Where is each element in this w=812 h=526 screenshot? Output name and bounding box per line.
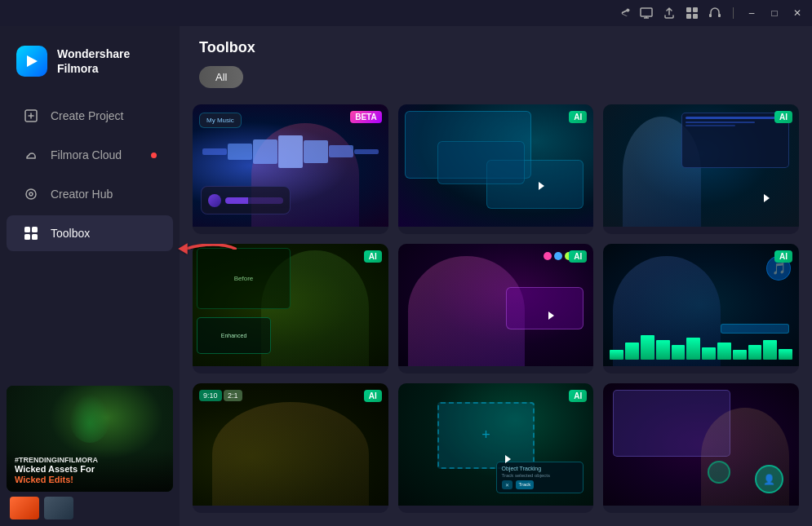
tool-card-smart-short-clips[interactable]: AI Smart Short Clips — [398, 104, 594, 234]
svg-rect-12 — [32, 227, 38, 232]
cursor-icon — [539, 182, 544, 190]
card-badge-ai-3: AI — [774, 111, 792, 123]
create-project-icon — [23, 108, 39, 124]
separator — [733, 7, 734, 19]
svg-rect-11 — [24, 227, 30, 232]
card-image-7: 9:10 2:1 AI — [193, 383, 388, 506]
trending-thumbnail[interactable]: #TRENDINGINFILMORA Wicked Assets For Wic… — [7, 386, 173, 492]
card-image-smart-short-clips: AI — [398, 104, 594, 227]
app-logo-icon — [16, 46, 47, 77]
tool-card-7[interactable]: 9:10 2:1 AI — [193, 383, 388, 513]
svg-rect-5 — [709, 14, 712, 17]
filter-tabs: All — [199, 66, 792, 88]
svg-rect-6 — [718, 14, 721, 17]
monitor-icon[interactable] — [638, 5, 654, 21]
sidebar-item-create-project[interactable]: Create Project — [7, 98, 173, 134]
card-info-smart-short-clips: Smart Short Clips — [398, 227, 594, 234]
card-badge-ai-6: AI — [774, 250, 792, 263]
card-visual-6: 🎵 — [603, 244, 799, 366]
main-layout: Wondershare Filmora Create Project Filmo… — [0, 26, 812, 526]
svg-rect-1 — [686, 7, 691, 12]
card-image-smart-bgm: 🎵 — [603, 244, 799, 366]
create-project-label: Create Project — [51, 109, 123, 122]
tool-grid: My Music BETA Audio To Video — [180, 98, 812, 526]
card-info-9 — [603, 506, 799, 513]
card-badge-ai-4: AI — [364, 250, 382, 263]
card-info-ai-video-enhancer: AI Video Enhancer — [193, 366, 388, 374]
creator-hub-icon — [23, 186, 39, 202]
svg-rect-2 — [693, 7, 698, 12]
svg-rect-3 — [686, 14, 691, 19]
thumbnail-overlay: #TRENDINGINFILMORA Wicked Assets For Wic… — [7, 449, 173, 492]
cursor-icon-8 — [505, 455, 511, 463]
card-visual-3 — [603, 104, 799, 227]
maximize-button[interactable]: □ — [766, 5, 783, 21]
card-info-smart-scene-cut: Smart Scene Cut — [603, 227, 799, 234]
grid-icon[interactable] — [684, 5, 700, 21]
cursor-icon-5 — [548, 312, 554, 320]
music-player-mockup — [201, 186, 291, 214]
page-title: Toolbox — [199, 39, 792, 56]
timer-badge: 9:10 — [199, 390, 222, 401]
minimize-button[interactable]: – — [743, 5, 760, 21]
share-icon[interactable] — [615, 5, 632, 21]
toolbox-icon — [23, 225, 39, 241]
sidebar: Wondershare Filmora Create Project Filmo… — [0, 26, 180, 526]
card-info-ai-color-palette: AI Color Palette — [398, 366, 594, 374]
svg-rect-14 — [32, 234, 38, 240]
svg-rect-13 — [24, 234, 30, 240]
card-badge-ai-5: AI — [569, 250, 587, 263]
card-badge-beta: BETA — [350, 111, 381, 123]
card-visual-5 — [398, 244, 594, 366]
card-visual-4: Before Enhanced — [193, 244, 388, 366]
card-image-9: 👤 — [603, 383, 799, 506]
mini-thumb-2[interactable] — [44, 497, 73, 519]
title-bar-icons: – □ ✕ — [615, 5, 805, 21]
card-image-ai-video-enhancer: Before Enhanced AI — [193, 244, 388, 366]
tool-card-9[interactable]: 👤 — [603, 383, 799, 513]
tool-card-audio-to-video[interactable]: My Music BETA Audio To Video — [193, 104, 388, 234]
card-info-7 — [193, 506, 388, 513]
content-header: Toolbox All — [180, 26, 812, 98]
card-info-8 — [398, 506, 594, 513]
filmora-cloud-icon — [23, 147, 39, 163]
svg-marker-7 — [27, 55, 38, 67]
close-button[interactable]: ✕ — [789, 5, 805, 21]
headset-icon[interactable] — [707, 5, 723, 21]
sidebar-item-filmora-cloud[interactable]: Filmora Cloud — [7, 137, 173, 173]
mini-thumb-1[interactable] — [10, 497, 39, 519]
filter-tab-all[interactable]: All — [199, 66, 243, 88]
tool-card-smart-scene-cut[interactable]: AI Smart Scene Cut — [603, 104, 799, 234]
sidebar-bottom: #TRENDINGINFILMORA Wicked Assets For Wic… — [0, 379, 180, 526]
resolution-badge: 2:1 — [224, 390, 242, 401]
card-image-8: + Object Tracking Track selected objects… — [398, 383, 594, 506]
floating-ui-card: My Music — [199, 113, 242, 128]
logo-area: Wondershare Filmora — [0, 33, 180, 96]
app-name: Wondershare Filmora — [57, 46, 163, 76]
waveform-display — [610, 335, 792, 360]
thumbnail-title: Wicked Assets For Wicked Edits! — [15, 464, 165, 485]
card-image-audio-to-video: My Music BETA — [193, 104, 388, 227]
creator-hub-label: Creator Hub — [51, 188, 113, 201]
card-visual-9: 👤 — [603, 383, 799, 506]
card-badge-ai-8: AI — [569, 390, 587, 402]
notification-dot — [151, 152, 157, 158]
card-visual-8: + Object Tracking Track selected objects… — [398, 383, 594, 506]
tool-card-smart-bgm[interactable]: 🎵 — [603, 244, 799, 374]
play-button-icon — [208, 194, 221, 207]
music-progress-bar — [225, 197, 283, 204]
card-badge-ai-2: AI — [569, 111, 587, 123]
sidebar-mini-thumbnails — [7, 497, 173, 519]
upload-icon[interactable] — [661, 5, 677, 21]
svg-point-9 — [26, 189, 36, 199]
card-info-audio-to-video: Audio To Video — [193, 227, 388, 234]
sidebar-item-toolbox[interactable]: Toolbox — [7, 215, 173, 251]
thumbnail-hashtag: #TRENDINGINFILMORA — [15, 456, 165, 464]
cursor-icon-3 — [764, 194, 770, 202]
tool-card-8[interactable]: + Object Tracking Track selected objects… — [398, 383, 594, 513]
tool-card-ai-video-enhancer[interactable]: Before Enhanced AI AI Video Enhancer — [193, 244, 388, 374]
tool-card-ai-color-palette[interactable]: AI AI Color Palette — [398, 244, 594, 374]
card-image-ai-color-palette: AI — [398, 244, 594, 366]
sidebar-item-creator-hub[interactable]: Creator Hub — [7, 176, 173, 212]
filmora-cloud-label: Filmora Cloud — [51, 148, 122, 161]
